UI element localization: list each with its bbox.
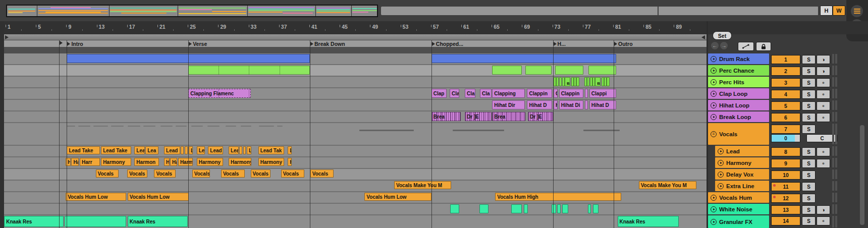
clip[interactable]: Dr ]E (465, 112, 492, 121)
clip[interactable] (562, 77, 565, 86)
track-header-vocals-hum[interactable]: Vocals Hum (708, 192, 769, 203)
track-header-perc-hits[interactable]: Perc Hits (708, 77, 769, 87)
clip[interactable]: Lead (164, 146, 180, 154)
group-fade-slider[interactable]: 0 (771, 134, 800, 142)
clip[interactable]: Ha (71, 158, 79, 166)
clip[interactable]: Harm (178, 158, 193, 166)
beat-time-ruler[interactable]: 1591317212529333741454953576165697377818… (0, 21, 868, 34)
clip[interactable]: Harmony (258, 158, 284, 166)
clip[interactable]: Vocals (281, 169, 305, 178)
clip[interactable] (188, 66, 310, 75)
scrub-area[interactable] (4, 34, 707, 40)
locator-flag[interactable]: Outro (614, 41, 633, 47)
overview-extension[interactable] (381, 7, 819, 15)
clip[interactable] (243, 146, 246, 154)
track-number-box[interactable]: 13 (771, 205, 800, 214)
clip[interactable]: Hihat Dir (492, 100, 525, 109)
track-number-box[interactable]: 3 (771, 78, 800, 87)
clip[interactable]: Harr (80, 158, 100, 166)
clip[interactable] (587, 77, 589, 86)
solo-button[interactable]: S (802, 90, 816, 99)
clip[interactable] (593, 204, 599, 213)
clip[interactable]: Dr ]E (528, 112, 553, 121)
clip[interactable]: Cla (450, 89, 460, 98)
clip[interactable]: Le (197, 146, 205, 154)
solo-button[interactable]: S (802, 194, 816, 203)
track-play-icon[interactable] (711, 79, 717, 85)
track-play-icon[interactable] (718, 160, 724, 166)
clip[interactable]: Clappi (589, 89, 616, 98)
clip[interactable]: Vocals Make You M (639, 181, 696, 189)
clip[interactable]: H (164, 158, 170, 166)
play-position-marker[interactable] (5, 35, 9, 39)
monitor-button[interactable]: ◑ (817, 55, 830, 64)
clip[interactable]: Ha (170, 158, 177, 166)
clip[interactable]: Lead Tak (258, 146, 284, 154)
track-play-icon[interactable] (718, 148, 724, 154)
next-locator-button[interactable]: → (720, 42, 728, 49)
clip[interactable]: L (288, 146, 292, 154)
prev-locator-button[interactable]: ← (711, 42, 719, 49)
set-locator-button[interactable]: Set (713, 31, 732, 40)
locator-flag[interactable]: Break Down (310, 41, 345, 47)
group-fold-icon[interactable]: ≡ (711, 131, 717, 137)
clip[interactable]: Hihat D (527, 100, 552, 109)
clip[interactable] (585, 89, 588, 98)
arm-button[interactable]: ● (817, 216, 830, 225)
locator-flag[interactable]: Chopped... (432, 41, 463, 47)
track-number-box[interactable]: 7 (771, 125, 800, 134)
solo-button[interactable]: S (802, 67, 816, 76)
clip[interactable] (450, 204, 459, 213)
clip[interactable]: Harmony (197, 158, 224, 166)
clip[interactable] (431, 54, 616, 63)
clip[interactable] (185, 146, 188, 154)
solo-button[interactable]: S (802, 147, 816, 156)
clip[interactable] (574, 77, 576, 86)
solo-button[interactable]: S (802, 182, 816, 191)
clip[interactable]: Vocals (221, 169, 245, 178)
track-number-box[interactable]: 4 (771, 90, 800, 99)
arm-button[interactable]: ● (817, 101, 830, 110)
track-number-box[interactable]: 11 (771, 182, 800, 191)
track-play-icon[interactable] (711, 114, 717, 120)
track-play-icon[interactable] (718, 183, 724, 189)
clip[interactable] (556, 77, 559, 86)
track-play-icon[interactable] (711, 206, 717, 212)
solo-button[interactable]: S (802, 216, 816, 225)
track-play-icon[interactable] (711, 102, 717, 108)
clip[interactable] (554, 77, 556, 86)
track-number-box[interactable]: 5 (771, 101, 800, 110)
monitor-button[interactable]: ◑ (817, 205, 830, 214)
clip[interactable]: Lea (229, 146, 239, 154)
clip[interactable]: Brea (431, 112, 461, 121)
clip[interactable] (571, 77, 574, 86)
track-play-icon[interactable] (711, 68, 717, 74)
clip[interactable] (576, 77, 579, 86)
track-header-vocals[interactable]: ≡Vocals (708, 123, 769, 145)
clip[interactable]: Vocals (96, 169, 119, 178)
clip[interactable]: Knaak Res (128, 216, 188, 227)
clip[interactable] (525, 66, 551, 75)
clip[interactable] (584, 77, 587, 86)
clip[interactable]: Brea (492, 112, 525, 121)
clip[interactable]: Vocals Hum High (495, 193, 621, 201)
vertical-scrollbar[interactable] (860, 125, 864, 225)
clip[interactable] (562, 204, 568, 213)
clip[interactable]: H (554, 100, 558, 109)
clip[interactable] (585, 100, 588, 109)
track-play-icon[interactable] (711, 91, 717, 97)
clip[interactable]: Cla (480, 89, 492, 98)
clip[interactable] (65, 216, 126, 227)
clip[interactable]: Hihat Di (559, 100, 583, 109)
clip[interactable]: H (288, 158, 292, 166)
clip[interactable]: Vocals (251, 169, 270, 178)
clip[interactable]: Vocals (154, 169, 175, 178)
clip[interactable]: Vocals Hum Low (364, 193, 431, 201)
clip[interactable] (604, 77, 607, 86)
arm-button[interactable]: ● (817, 147, 830, 156)
clip[interactable]: Lead Take (101, 146, 131, 154)
track-header-hihat-loop[interactable]: Hihat Loop (708, 100, 769, 110)
clip[interactable]: Vocals (192, 169, 210, 178)
clip[interactable]: Vocals Hum Low (66, 193, 126, 201)
menu-hamburger-icon[interactable] (851, 5, 863, 17)
